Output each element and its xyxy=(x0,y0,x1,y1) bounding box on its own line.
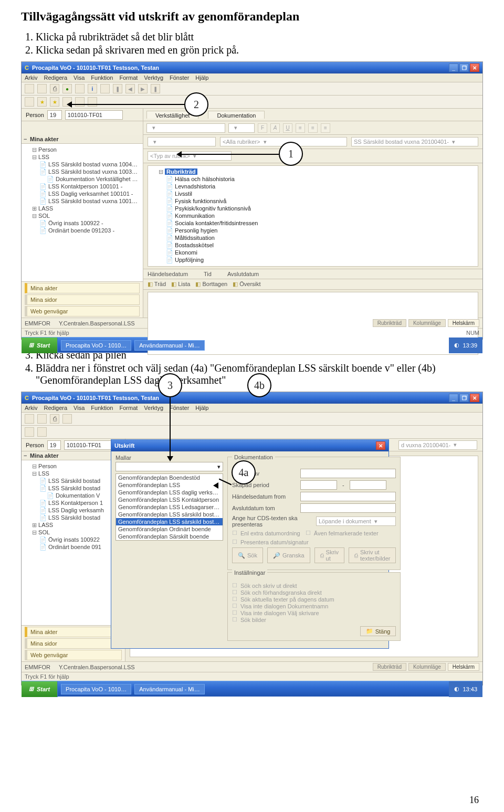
btn-skriv-ut[interactable]: ⎙ Skriv ut xyxy=(314,547,344,563)
btn-granska[interactable]: 🔎 Granska xyxy=(267,547,310,563)
system-tray[interactable]: ◐ 13:43 xyxy=(449,681,482,697)
italic-icon[interactable]: A xyxy=(270,123,280,133)
minimize-icon[interactable]: _ xyxy=(449,394,458,402)
dd-lopande[interactable]: Löpande i dokument▾ xyxy=(316,516,396,526)
toolbar-btn[interactable] xyxy=(88,97,97,107)
chk-inst-5[interactable]: Sök bilder xyxy=(232,616,396,623)
sidebar-mina-akter[interactable]: Mina akter xyxy=(25,283,140,293)
btab-helskarm[interactable]: Helskärm xyxy=(448,319,479,327)
rubrik-tree[interactable]: Rubrikträd Hälsa och hälsohistoria Levna… xyxy=(148,165,478,267)
minimize-icon[interactable]: _ xyxy=(449,64,458,72)
input-period-from[interactable] xyxy=(300,480,337,490)
font-dropdown[interactable]: ▾ xyxy=(146,123,225,133)
toolbar-btn[interactable] xyxy=(75,84,85,93)
chk-enl-datum[interactable]: Enl extra datumordning xyxy=(232,530,300,536)
start-button[interactable]: ⊞ Start xyxy=(22,338,58,353)
nav-last-icon[interactable] xyxy=(151,84,160,93)
chk-inst-3[interactable]: Visa inte dialogen Dokumentnamn xyxy=(232,603,396,609)
system-tray[interactable]: ◐ 13:39 xyxy=(449,338,482,353)
star-icon[interactable] xyxy=(50,97,59,107)
left-header-mina-akter[interactable]: Mina akter xyxy=(22,451,125,460)
toolbar-btn[interactable] xyxy=(25,97,34,107)
close-icon[interactable]: ✕ xyxy=(470,64,479,72)
input-period-to[interactable] xyxy=(350,480,386,490)
dialog-close-icon[interactable]: ✕ xyxy=(376,441,385,450)
view-trad[interactable]: Träd xyxy=(148,281,166,288)
align-icon[interactable]: ≡ xyxy=(296,123,305,133)
left-tree[interactable]: Person LSS LSS Särskild bostad LSS Särsk… xyxy=(22,460,125,625)
input-handelse-from[interactable] xyxy=(300,492,396,501)
sidebar-mina-akter[interactable]: Mina akter xyxy=(25,627,122,637)
menu-format[interactable]: Format xyxy=(120,75,138,81)
menu-fonster[interactable]: Fönster xyxy=(170,75,189,81)
nav-first-icon[interactable] xyxy=(113,84,122,93)
view-oversikt[interactable]: Översikt xyxy=(233,281,260,288)
close-icon[interactable]: ✕ xyxy=(470,394,479,402)
btab-kolumn[interactable]: Kolumnläge xyxy=(408,663,446,671)
sidebar-web-genvagar[interactable]: Web genvägar xyxy=(25,650,122,660)
bostad-dd[interactable]: SS Särskild bostad vuxna 20100401-▾ xyxy=(351,137,478,146)
info-icon[interactable] xyxy=(88,84,97,93)
tab-dokumentation[interactable]: Dokumentation xyxy=(208,111,265,119)
chk-inst-2[interactable]: Sök aktuella texter på dagens datum xyxy=(232,596,396,603)
chk-aven-fel[interactable]: Även felmarkerade texter xyxy=(306,530,379,536)
print-green-button[interactable] xyxy=(62,84,72,93)
view-borttagen[interactable]: Borttagen xyxy=(195,281,227,288)
chk-inst-0[interactable]: Sök och skriv ut direkt xyxy=(232,582,396,589)
chk-presentera[interactable]: Presentera datum/signatur xyxy=(232,539,309,545)
btab-helskarm[interactable]: Helskärm xyxy=(448,663,479,671)
sidebar-mina-sidor[interactable]: Mina sidor xyxy=(25,638,122,649)
tree-sol: SOL xyxy=(32,213,141,219)
mallar-list[interactable]: Genomförandeplan Boendestöd Genomförande… xyxy=(116,473,223,541)
toolbar-btn[interactable] xyxy=(37,84,47,93)
chk-inst-4[interactable]: Visa inte dialogen Välj skrivare xyxy=(232,609,396,616)
align-icon[interactable]: ≡ xyxy=(321,123,330,133)
input-avslut-tom[interactable] xyxy=(300,503,396,513)
maximize-icon[interactable]: ❐ xyxy=(459,394,469,402)
view-lista[interactable]: Lista xyxy=(171,281,190,288)
align-icon[interactable]: ≡ xyxy=(308,123,318,133)
left-header-mina-akter[interactable]: Mina akter xyxy=(22,135,143,144)
filter-dd[interactable]: ▾ xyxy=(148,137,216,146)
person-num-input[interactable]: 19 xyxy=(47,110,62,120)
typ-av-rubrik-dd[interactable]: <Typ av rubrik>▾ xyxy=(148,151,232,161)
person-id-input[interactable]: 101010-TF01 xyxy=(65,110,123,120)
btn-skriv-ut-texter[interactable]: ⎙ Skriv ut texter/bilder xyxy=(349,547,396,563)
underline-icon[interactable]: U xyxy=(283,123,292,133)
menu-arkiv[interactable]: Arkiv xyxy=(25,75,37,81)
bostad-dd[interactable]: d vuxna 20100401-▾ xyxy=(398,440,477,450)
task-procapita[interactable]: Procapita VoO - 1010… xyxy=(61,684,131,694)
nav-next-icon[interactable] xyxy=(138,84,148,93)
fontsize-dropdown[interactable]: ▾ xyxy=(228,123,255,133)
menu-visa[interactable]: Visa xyxy=(74,75,85,81)
nav-prev-icon[interactable] xyxy=(125,84,135,93)
star-icon[interactable] xyxy=(37,97,47,107)
toolbar-btn[interactable] xyxy=(100,84,110,93)
mallar-dropdown[interactable]: ▾ xyxy=(116,462,223,471)
menu-hjalp[interactable]: Hjälp xyxy=(195,75,208,81)
sidebar-mina-sidor[interactable]: Mina sidor xyxy=(25,294,140,305)
left-tree[interactable]: Person LSS LSS Särskild bostad vuxna 100… xyxy=(22,144,143,281)
menu-funktion[interactable]: Funktion xyxy=(91,75,113,81)
btn-sok[interactable]: 🔍 Sök xyxy=(232,547,263,563)
print-button[interactable] xyxy=(50,84,59,93)
person-id-input[interactable]: 101010-TF01 xyxy=(64,440,116,450)
btn-stang[interactable]: Stäng xyxy=(360,626,396,636)
btab-rubriktrad[interactable]: Rubrikträd xyxy=(373,319,406,327)
task-anvandarmanual[interactable]: Användarmanual - Mi… xyxy=(134,340,205,351)
task-procapita[interactable]: Procapita VoO - 1010… xyxy=(61,340,131,351)
toolbar-btn[interactable] xyxy=(75,97,85,107)
maximize-icon[interactable]: ❐ xyxy=(459,64,469,72)
menu-verktyg[interactable]: Verktyg xyxy=(144,75,163,81)
chk-inst-1[interactable]: Sök och förhandsgranska direkt xyxy=(232,589,396,596)
btab-rubriktrad[interactable]: Rubrikträd xyxy=(373,663,406,671)
btab-kolumn[interactable]: Kolumnläge xyxy=(408,319,446,327)
sidebar-web-genvagar[interactable]: Web genvägar xyxy=(25,306,140,317)
person-num-input[interactable]: 19 xyxy=(47,440,61,450)
start-button[interactable]: ⊞ Start xyxy=(22,681,58,697)
input-skapad-av[interactable] xyxy=(300,469,396,478)
toolbar-btn[interactable] xyxy=(25,84,34,93)
menu-redigera[interactable]: Redigera xyxy=(44,75,67,81)
task-anvandarmanual[interactable]: Användarmanual - Mi… xyxy=(134,684,205,694)
bold-icon[interactable]: F xyxy=(258,123,267,133)
